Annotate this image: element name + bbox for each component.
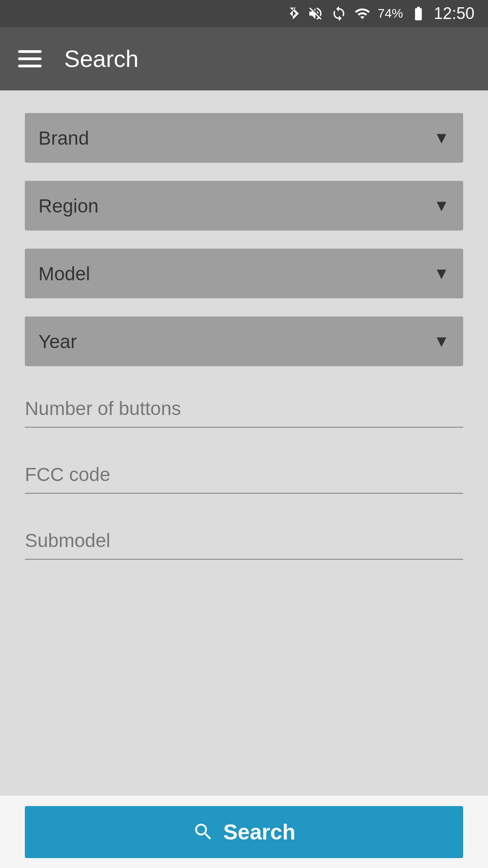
hamburger-line-1 xyxy=(18,50,42,53)
hamburger-line-2 xyxy=(18,57,42,60)
region-dropdown-wrapper: Region ▼ xyxy=(25,181,463,231)
main-content: Brand ▼ Region ▼ Model ▼ Year ▼ xyxy=(0,90,488,796)
model-select[interactable]: Model xyxy=(25,249,463,298)
status-time: 12:50 xyxy=(434,4,474,23)
bluetooth-icon xyxy=(286,5,300,23)
year-dropdown-wrapper: Year ▼ xyxy=(25,316,463,366)
battery-icon xyxy=(410,5,427,22)
number-of-buttons-input[interactable] xyxy=(25,393,463,428)
region-select[interactable]: Region xyxy=(25,181,463,231)
search-button-label: Search xyxy=(223,820,296,844)
signal-icon xyxy=(354,5,371,22)
fcc-code-wrapper xyxy=(25,455,463,498)
model-dropdown-wrapper: Model ▼ xyxy=(25,249,463,298)
fcc-code-input[interactable] xyxy=(25,459,463,494)
mute-icon xyxy=(307,5,324,22)
brand-select[interactable]: Brand xyxy=(25,113,463,163)
status-bar: 74% 12:50 xyxy=(0,0,488,27)
hamburger-line-3 xyxy=(18,65,42,67)
bottom-action-area: Search xyxy=(0,796,488,868)
app-bar-title: Search xyxy=(64,45,139,72)
app-bar: Search xyxy=(0,27,488,90)
brand-dropdown-wrapper: Brand ▼ xyxy=(25,113,463,163)
submodel-input[interactable] xyxy=(25,525,463,560)
search-button-icon xyxy=(192,821,214,843)
search-button[interactable]: Search xyxy=(25,806,463,858)
submodel-wrapper xyxy=(25,521,463,564)
number-of-buttons-wrapper xyxy=(25,389,463,432)
sync-icon xyxy=(331,5,347,22)
year-select[interactable]: Year xyxy=(25,316,463,366)
battery-percent: 74% xyxy=(378,6,403,21)
hamburger-menu-button[interactable] xyxy=(18,50,42,67)
status-icons: 74% 12:50 xyxy=(286,4,474,23)
